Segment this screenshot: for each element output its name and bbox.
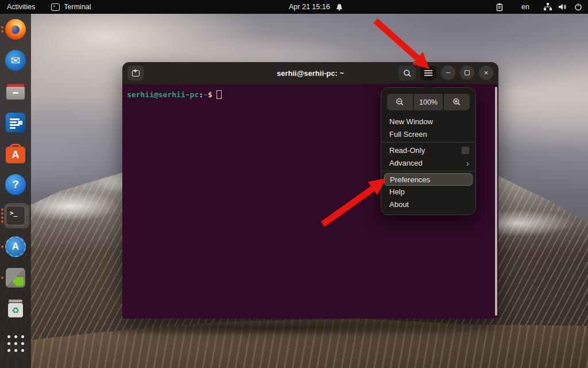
dock-item-help[interactable]: ? <box>0 174 31 195</box>
running-indicator <box>1 246 3 248</box>
zoom-out-icon <box>396 98 404 106</box>
running-indicator <box>1 277 3 279</box>
top-bar: Activities > Terminal Apr 21 15:16 en <box>0 0 588 14</box>
dock-item-ubuntu-software[interactable]: A <box>0 143 31 164</box>
window-title: serhii@serhii-pc: ~ <box>277 69 344 78</box>
show-applications-icon <box>7 335 24 352</box>
hamburger-menu-button[interactable] <box>420 66 436 80</box>
prompt-user-host: serhii@serhii-pc <box>127 90 199 99</box>
clipboard-tray-icon[interactable] <box>496 3 504 12</box>
volume-icon[interactable] <box>558 3 567 11</box>
menu-separator <box>381 142 475 143</box>
terminal-icon: >_ <box>6 206 25 225</box>
dock-item-trash[interactable]: ♻ <box>0 298 31 320</box>
keyboard-layout-indicator[interactable]: en <box>521 3 529 11</box>
menu-item-advanced[interactable]: Advanced › <box>381 157 475 170</box>
dock: ✉ A ? >_ A ♻ <box>0 14 31 368</box>
clock-label: Apr 21 15:16 <box>289 3 330 11</box>
help-icon: ? <box>5 174 26 195</box>
dock-item-files[interactable] <box>0 80 31 102</box>
prompt-path: ~ <box>203 90 208 99</box>
menu-item-preferences[interactable]: Preferences <box>384 173 473 186</box>
terminal-app-icon: > <box>51 3 60 11</box>
chevron-right-icon: › <box>466 159 469 167</box>
network-tree-icon[interactable] <box>543 3 552 11</box>
new-tab-button[interactable] <box>127 66 144 80</box>
menu-item-about[interactable]: About <box>381 198 475 211</box>
zoom-controls: 100% <box>387 94 470 110</box>
running-indicator <box>1 26 3 33</box>
close-button[interactable]: × <box>479 66 493 80</box>
minimize-icon: − <box>446 68 451 77</box>
new-tab-icon <box>132 70 140 76</box>
zoom-in-icon <box>452 98 461 106</box>
dock-item-terminal[interactable]: >_ <box>0 205 31 227</box>
power-icon[interactable] <box>574 3 582 11</box>
search-icon <box>403 69 412 78</box>
maximize-icon <box>465 70 470 75</box>
libreoffice-writer-icon <box>6 113 25 132</box>
ubuntu-software-icon: A <box>6 147 25 163</box>
search-button[interactable] <box>399 66 416 80</box>
dock-item-extensions[interactable] <box>0 267 31 289</box>
terminal-scrollbar[interactable] <box>495 87 497 316</box>
menu-separator <box>381 171 475 171</box>
menu-item-read-only[interactable]: Read-Only <box>381 144 475 157</box>
firefox-icon <box>5 19 26 40</box>
zoom-level[interactable]: 100% <box>414 94 442 110</box>
dock-item-libreoffice-writer[interactable] <box>0 112 31 133</box>
shell-prompt: serhii@serhii-pc:~$ <box>127 90 212 99</box>
dock-item-app-center[interactable]: A <box>0 236 31 258</box>
notification-bell-icon <box>335 3 343 11</box>
files-icon <box>5 82 26 101</box>
dock-item-firefox[interactable] <box>0 18 31 40</box>
dock-item-thunderbird[interactable]: ✉ <box>0 49 31 71</box>
close-icon: × <box>484 68 489 77</box>
trash-icon: ♻ <box>6 299 25 319</box>
read-only-checkbox <box>462 147 469 154</box>
extensions-puzzle-icon <box>6 268 25 288</box>
minimize-button[interactable]: − <box>441 66 455 80</box>
maximize-button[interactable] <box>460 66 474 80</box>
titlebar[interactable]: serhii@serhii-pc: ~ − × <box>122 62 498 84</box>
menu-item-full-screen[interactable]: Full Screen <box>381 128 475 141</box>
terminal-cursor <box>216 90 222 99</box>
clock-button[interactable]: Apr 21 15:16 <box>289 0 343 14</box>
menu-item-help[interactable]: Help <box>381 186 475 198</box>
app-center-icon: A <box>5 236 26 257</box>
focused-app-menu[interactable]: > Terminal <box>51 3 91 11</box>
running-indicator <box>1 209 3 223</box>
zoom-out-button[interactable] <box>387 94 413 110</box>
terminal-menu-popover: 100% New Window Full Screen Read-Only Ad… <box>381 87 476 215</box>
activities-button[interactable]: Activities <box>7 3 35 11</box>
hamburger-icon <box>424 70 432 76</box>
focused-app-name: Terminal <box>64 3 91 11</box>
dock-item-show-applications[interactable] <box>0 329 31 351</box>
menu-item-new-window[interactable]: New Window <box>381 116 475 128</box>
thunderbird-icon: ✉ <box>5 50 26 71</box>
desktop: Activities > Terminal Apr 21 15:16 en <box>0 0 588 368</box>
zoom-in-button[interactable] <box>444 94 470 110</box>
